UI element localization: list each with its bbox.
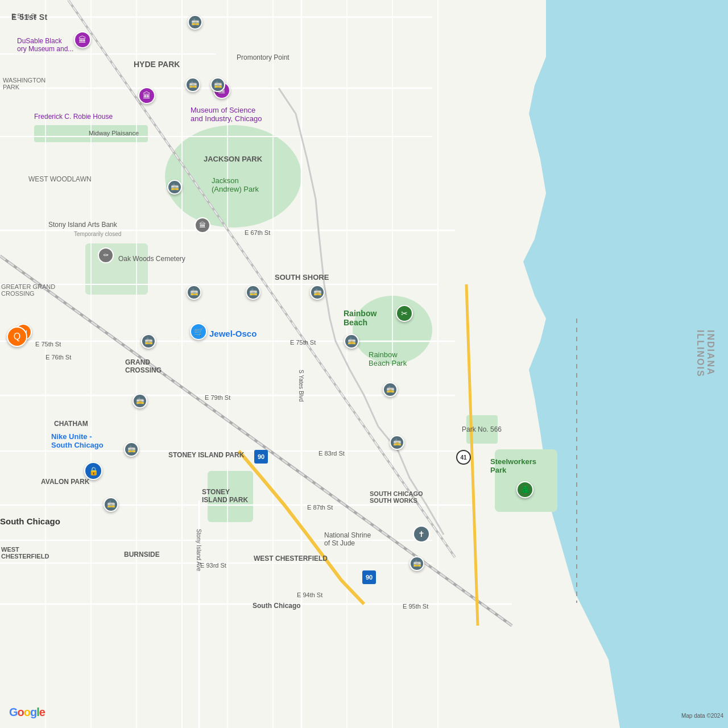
marker-nike[interactable]: 🔒 <box>84 462 102 480</box>
marker-transit-13[interactable]: 🚋 <box>390 435 404 450</box>
marker-transit-4[interactable]: 🚋 <box>167 180 182 195</box>
map-attribution: Map data ©2024 <box>681 713 723 719</box>
marker-oak-woods[interactable]: ⚰ <box>98 247 114 263</box>
indiana-border <box>576 318 577 603</box>
marker-food-q[interactable]: Q <box>7 326 27 347</box>
indiana-illinois-label: INDIANAILLINOIS <box>695 330 715 378</box>
marker-transit-1[interactable]: 🚋 <box>188 15 202 30</box>
marker-national-shrine[interactable]: ✝ <box>413 526 430 543</box>
marker-transit-7[interactable]: 🚋 <box>310 285 325 300</box>
svg-point-3 <box>165 125 301 228</box>
marker-jewel-osco[interactable]: 🛒 <box>190 323 207 340</box>
marker-dusable[interactable]: 🏛 <box>74 31 91 48</box>
poi-nike-label: Nike Unite -South Chicago <box>51 432 104 449</box>
google-logo: Google <box>9 706 45 719</box>
marker-transit-9[interactable]: 🚋 <box>344 334 359 349</box>
marker-transit-6[interactable]: 🚋 <box>246 285 260 300</box>
map-container[interactable]: E 51st St HYDE PARK WASHINGTONPARK WEST … <box>0 0 728 728</box>
svg-rect-7 <box>208 471 253 522</box>
highway-badge-us41: 41 <box>456 450 471 465</box>
marker-transit-8[interactable]: 🚋 <box>141 334 156 349</box>
marker-stony-arts[interactable]: 🏛 <box>195 217 210 233</box>
marker-transit-12[interactable]: 🚋 <box>124 442 139 457</box>
marker-robie-house[interactable]: 🏛 <box>138 87 155 104</box>
marker-transit-3[interactable]: 🚋 <box>210 77 225 92</box>
poi-jewel-osco-label: Jewel-Osco <box>209 329 257 338</box>
marker-transit-15[interactable]: 🚋 <box>410 556 424 571</box>
highway-badge-i90-1: 90 <box>254 450 268 464</box>
marker-transit-10[interactable]: 🚋 <box>133 394 147 408</box>
svg-rect-6 <box>495 449 557 512</box>
marker-transit-11[interactable]: 🚋 <box>383 382 398 397</box>
marker-steelworkers[interactable]: 🌲 <box>516 481 533 498</box>
marker-transit-14[interactable]: 🚋 <box>104 497 118 512</box>
svg-rect-5 <box>85 243 148 295</box>
highway-badge-i90-2: 90 <box>362 570 376 584</box>
marker-transit-2[interactable]: 🚋 <box>185 77 200 92</box>
marker-rainbow-beach[interactable]: ✂ <box>396 305 413 322</box>
map-svg <box>0 0 728 728</box>
marker-transit-5[interactable]: 🚋 <box>187 285 201 300</box>
